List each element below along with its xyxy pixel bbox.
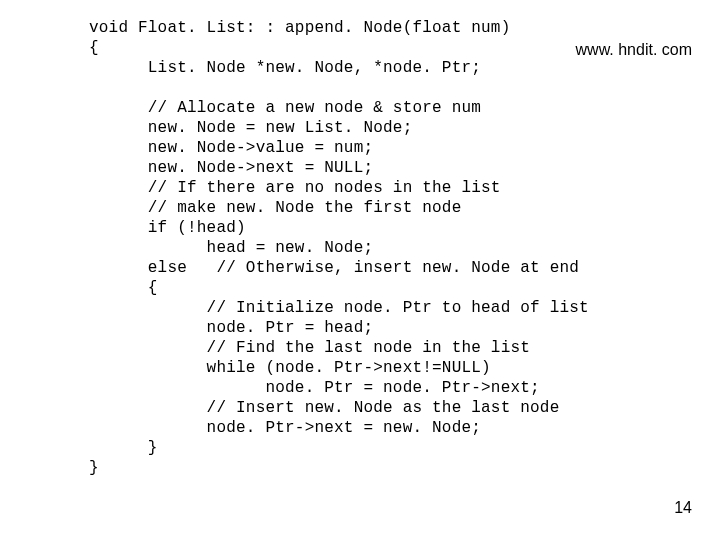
page-number: 14	[674, 498, 692, 518]
code-line: new. Node = new List. Node;	[89, 119, 412, 137]
code-line: else // Otherwise, insert new. Node at e…	[89, 259, 579, 277]
code-line: node. Ptr = head;	[89, 319, 373, 337]
code-line: if (!head)	[89, 219, 246, 237]
code-block: void Float. List: : append. Node(float n…	[89, 18, 696, 478]
code-line: {	[89, 279, 158, 297]
code-line: new. Node->value = num;	[89, 139, 373, 157]
slide: www. hndit. com void Float. List: : appe…	[0, 0, 720, 540]
code-line: node. Ptr->next = new. Node;	[89, 419, 481, 437]
code-line: List. Node *new. Node, *node. Ptr;	[89, 59, 481, 77]
code-line: // Initialize node. Ptr to head of list	[89, 299, 589, 317]
code-line: node. Ptr = node. Ptr->next;	[89, 379, 540, 397]
code-line: }	[89, 459, 99, 477]
code-line: void Float. List: : append. Node(float n…	[89, 19, 510, 37]
code-line: new. Node->next = NULL;	[89, 159, 373, 177]
code-line: // Insert new. Node as the last node	[89, 399, 559, 417]
code-line: // make new. Node the first node	[89, 199, 461, 217]
code-line: }	[89, 439, 158, 457]
code-line: // Find the last node in the list	[89, 339, 530, 357]
code-line: {	[89, 39, 99, 57]
code-line: // If there are no nodes in the list	[89, 179, 501, 197]
code-line: while (node. Ptr->next!=NULL)	[89, 359, 491, 377]
code-line: head = new. Node;	[89, 239, 373, 257]
watermark-text: www. hndit. com	[576, 40, 692, 60]
code-line: // Allocate a new node & store num	[89, 99, 481, 117]
